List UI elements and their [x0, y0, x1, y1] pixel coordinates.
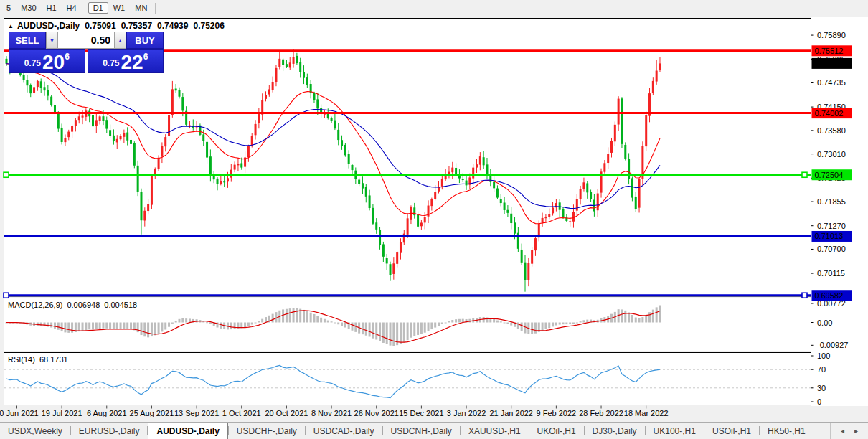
tab-scroll-left-icon[interactable]: ◂ [841, 427, 844, 435]
timeframe-button-d1[interactable]: D1 [88, 2, 108, 14]
candle-body [531, 250, 533, 264]
candle-body [123, 133, 125, 136]
candle-body [451, 168, 453, 173]
macd-histogram-bar [164, 323, 166, 330]
symbol-tab-usdchf-daily[interactable]: USDCHF-,Daily [229, 423, 305, 439]
symbol-tab-usdx-weekly[interactable]: USDX,Weekly [0, 423, 70, 439]
timeframe-button-mn[interactable]: MN [130, 2, 152, 14]
buy-button[interactable]: BUY [126, 32, 164, 49]
price-tick-label: 0.73010 [817, 150, 846, 159]
symbol-tab-eurusd-daily[interactable]: EURUSD-,Daily [71, 423, 148, 439]
macd-histogram-bar [175, 321, 177, 322]
macd-histogram-bar [265, 317, 267, 322]
timeframe-button-5[interactable]: 5 [1, 2, 16, 14]
macd-histogram-bar [369, 323, 371, 337]
macd-histogram-bar [621, 309, 623, 322]
macd-value-signal: 0.004518 [104, 301, 137, 309]
symbol-tab-audusd-daily[interactable]: AUDUSD-,Daily [148, 423, 227, 439]
macd-histogram-bar [565, 323, 567, 325]
candle-body [316, 99, 319, 108]
volume-increase-button[interactable]: ▲ [114, 32, 126, 49]
candle-body [369, 195, 371, 208]
price-badge-label: 0.75206 [815, 59, 844, 67]
symbol-tab-uk100-h1[interactable]: UK100-,H1 [646, 423, 704, 439]
candle-body [133, 143, 136, 166]
candle-body [521, 250, 523, 263]
symbol-tab-bar: USDX,WeeklyEURUSD-,DailyAUDUSD-,DailyUSD… [0, 422, 868, 439]
candle-body [403, 234, 405, 243]
volume-field[interactable]: 0.50 [58, 32, 114, 49]
hline-handle[interactable] [4, 293, 9, 298]
sell-price-big: 20 [42, 53, 65, 71]
symbol-tab-usdcnh-daily[interactable]: USDCNH-,Daily [383, 423, 460, 439]
macd-histogram-bar [624, 311, 626, 323]
candle-body [635, 197, 637, 209]
candle-body [610, 141, 613, 153]
buy-price-sup: 6 [143, 52, 148, 62]
macd-histogram-bar [140, 323, 142, 336]
macd-histogram-bar [524, 323, 527, 334]
candle-body [234, 165, 236, 170]
macd-histogram-bar [417, 323, 419, 335]
candle-body [158, 158, 160, 169]
macd-histogram-bar [230, 323, 232, 330]
candle-body [552, 207, 554, 213]
sell-price-button[interactable]: 0.75 20 6 [9, 49, 85, 73]
candle-body [275, 68, 277, 82]
macd-histogram-bar [354, 323, 357, 332]
macd-histogram-bar [327, 321, 329, 323]
macd-histogram-bar [247, 323, 250, 326]
symbol-tab-xauusd-h1[interactable]: XAUUSD-,H1 [461, 423, 529, 439]
rsi-header: RSI(14) 68.1731 [8, 355, 68, 364]
candle-body [179, 90, 181, 97]
symbol-tab-usdcad-daily[interactable]: USDCAD-,Daily [306, 423, 382, 439]
volume-decrease-button[interactable]: ▼ [46, 32, 58, 49]
macd-histogram-bar [386, 323, 388, 344]
candle-body [37, 81, 39, 87]
macd-histogram-bar [531, 323, 533, 334]
candle-body [441, 179, 443, 187]
candle-body [424, 217, 426, 223]
candle-body [542, 218, 544, 222]
macd-histogram-bar [88, 323, 90, 330]
candle-body [278, 59, 280, 67]
price-tick-label: 0.75890 [817, 31, 846, 39]
timeframe-button-h1[interactable]: H1 [42, 2, 62, 14]
symbol-tab-usoil-h1[interactable]: USOil-,H1 [704, 423, 759, 439]
date-tick-label: 18 Mar 2022 [624, 409, 669, 417]
macd-histogram-bar [303, 310, 305, 323]
hline-handle[interactable] [802, 293, 807, 298]
candle-body [82, 115, 84, 117]
candle-body [352, 165, 354, 170]
macd-histogram-bar [562, 323, 565, 325]
symbol-tab-hk50-h1[interactable]: HK50-,H1 [760, 423, 813, 439]
macd-histogram-bar [209, 323, 212, 324]
tab-scroll-right-icon[interactable]: ▸ [854, 427, 858, 435]
symbol-tab-dj30-daily[interactable]: DJ30-,Daily [585, 423, 645, 439]
timeframe-button-w1[interactable]: W1 [108, 2, 131, 14]
date-tick-label: 8 Nov 2021 [311, 409, 352, 417]
macd-histogram-bar [286, 309, 288, 323]
macd-histogram-bar [334, 323, 336, 324]
timeframe-button-m30[interactable]: M30 [16, 2, 41, 14]
candle-body [548, 214, 550, 217]
macd-histogram-bar [181, 318, 184, 323]
symbol-tab-ukoil-h1[interactable]: UKOil-,H1 [529, 423, 584, 439]
candle-body [71, 126, 73, 131]
price-badge-label: 0.74002 [815, 109, 844, 118]
buy-price-button[interactable]: 0.75 22 6 [88, 49, 164, 73]
candle-body [506, 210, 509, 213]
macd-histogram-bar [548, 323, 550, 329]
timeframe-button-h4[interactable]: H4 [62, 2, 82, 14]
hline-handle[interactable] [4, 172, 9, 177]
candle-body [659, 63, 661, 70]
candle-body [618, 99, 620, 125]
hline-handle[interactable] [802, 172, 807, 177]
macd-value-main: 0.006948 [67, 301, 100, 309]
date-tick-label: 9 Feb 2022 [537, 409, 577, 417]
candle-body [109, 130, 111, 136]
candle-body [597, 194, 599, 211]
candle-body [500, 199, 502, 203]
macd-histogram-bar [272, 314, 274, 323]
sell-button[interactable]: SELL [9, 32, 46, 49]
